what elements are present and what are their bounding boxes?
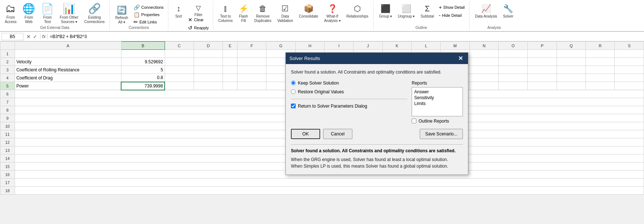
refresh-all-button[interactable]: 🔄 RefreshAll ▾ [113,4,131,26]
cell-N4[interactable] [469,74,498,82]
cell-R2[interactable] [586,58,615,66]
cell-A4[interactable]: Coefficient of Drag [15,74,121,82]
cell-C1[interactable] [165,50,194,58]
solver-button[interactable]: 🔧 Solver [501,2,516,24]
cell-E2[interactable] [223,58,237,66]
cancel-formula-icon[interactable]: ✕ [26,34,31,40]
cell-O1[interactable] [499,50,528,58]
cell-P3[interactable] [528,66,557,74]
what-if-button[interactable]: ❓ What-IfAnalysis ▾ [322,2,343,24]
flash-fill-button[interactable]: ⚡ FlashFill [236,2,251,24]
cell-B5[interactable]: 739.9998 [121,82,165,90]
cell-Q5[interactable] [557,82,585,90]
cell-S5[interactable] [615,82,644,90]
ungroup-button[interactable]: ⬜ Ungroup ▾ [395,2,417,24]
row-header-12[interactable]: 12 [0,138,15,146]
col-header-B[interactable]: B [121,42,165,50]
cell-C4[interactable] [165,74,194,82]
cell-B3[interactable]: 5 [121,66,165,74]
sort-button[interactable]: ↕ Sort [171,2,186,24]
cell-R5[interactable] [586,82,615,90]
col-header-J[interactable]: J [353,42,382,50]
from-access-button[interactable]: 🗂 FromAccess [2,1,19,26]
reapply-btn[interactable]: ↺ Reapply [187,24,210,31]
cell-C3[interactable] [165,66,194,74]
text-to-columns-button[interactable]: ⫿ Text toColumns [216,2,235,24]
cell-N5[interactable] [469,82,498,90]
report-answer[interactable]: Answer [413,89,461,95]
row-header-13[interactable]: 13 [0,146,15,154]
cell-O3[interactable] [499,66,528,74]
row-header-7[interactable]: 7 [0,98,15,106]
col-header-O[interactable]: O [499,42,528,50]
col-header-A[interactable]: A [15,42,121,50]
row-header-1[interactable]: 1 [0,50,15,58]
row-header-6[interactable]: 6 [0,90,15,98]
keep-solver-option[interactable]: Keep Solver Solution [291,81,407,86]
dialog-close-button[interactable]: ✕ [457,55,464,62]
cell-B2[interactable]: 9.529692 [121,58,165,66]
row-header-16[interactable]: 16 [0,171,15,179]
cell-D1[interactable] [194,50,222,58]
cell-C5[interactable] [165,82,194,90]
col-header-M[interactable]: M [441,42,469,50]
ok-button[interactable]: OK [291,129,320,139]
col-header-I[interactable]: I [325,42,353,50]
cancel-button[interactable]: Cancel [323,129,352,139]
from-other-sources-button[interactable]: 📊 From OtherSources ▾ [57,1,81,26]
properties-small-btn[interactable]: 📋 Properties [132,11,165,18]
cell-P4[interactable] [528,74,557,82]
cell-Q3[interactable] [557,66,585,74]
cell-O4[interactable] [499,74,528,82]
outline-reports-checkbox[interactable] [412,119,416,123]
col-header-P[interactable]: P [528,42,557,50]
row-header-17[interactable]: 17 [0,179,15,187]
report-sensitivity[interactable]: Sensitivity [413,95,461,101]
cell-P2[interactable] [528,58,557,66]
filter-button[interactable]: ▽ Filter [187,2,210,15]
col-header-G[interactable]: G [266,42,295,50]
keep-solver-radio[interactable] [291,81,296,85]
formula-input[interactable] [49,33,643,40]
cell-O5[interactable] [499,82,528,90]
cell-Q2[interactable] [557,58,585,66]
cell-S3[interactable] [615,66,644,74]
row-header-8[interactable]: 8 [0,106,15,114]
cell-S2[interactable] [615,58,644,66]
row-header-14[interactable]: 14 [0,154,15,163]
report-limits[interactable]: Limits [413,101,461,107]
row-header-11[interactable]: 11 [0,130,15,138]
cell-F3[interactable] [237,66,266,74]
cell-R4[interactable] [586,74,615,82]
row-header-10[interactable]: 10 [0,122,15,130]
cell-N3[interactable] [469,66,498,74]
cell-P5[interactable] [528,82,557,90]
cell-B4[interactable]: 0.8 [121,74,165,82]
row-header-5[interactable]: 5 [0,82,15,90]
connections-small-btn[interactable]: 🔗 Connections [132,4,165,11]
cell-E4[interactable] [223,74,237,82]
cell-A2[interactable]: Velocity [15,58,121,66]
cell-E3[interactable] [223,66,237,74]
cell-N2[interactable] [469,58,498,66]
cell-F4[interactable] [237,74,266,82]
cell-S4[interactable] [615,74,644,82]
return-to-dialog-option[interactable]: Return to Solver Parameters Dialog [291,104,407,109]
from-web-button[interactable]: 🌐 FromWeb [20,1,38,26]
cell-A3[interactable]: Coefficient of Rolling Resistance [15,66,121,74]
edit-links-small-btn[interactable]: ✏ Edit Links [132,18,165,26]
show-detail-btn[interactable]: + Show Detail [437,4,466,11]
col-header-L[interactable]: L [412,42,441,50]
from-text-button[interactable]: 📄 FromText [38,1,56,26]
restore-original-option[interactable]: Restore Original Values [291,89,407,94]
col-header-F[interactable]: F [237,42,266,50]
col-header-E[interactable]: E [223,42,237,50]
clear-btn[interactable]: ✕ Clear [187,16,210,23]
hide-detail-btn[interactable]: - Hide Detail [437,12,466,19]
cell-R1[interactable] [586,50,615,58]
col-header-H[interactable]: H [295,42,324,50]
return-to-dialog-checkbox[interactable] [291,104,296,108]
cell-P1[interactable] [528,50,557,58]
cell-B1[interactable] [121,50,165,58]
row-header-2[interactable]: 2 [0,58,15,66]
